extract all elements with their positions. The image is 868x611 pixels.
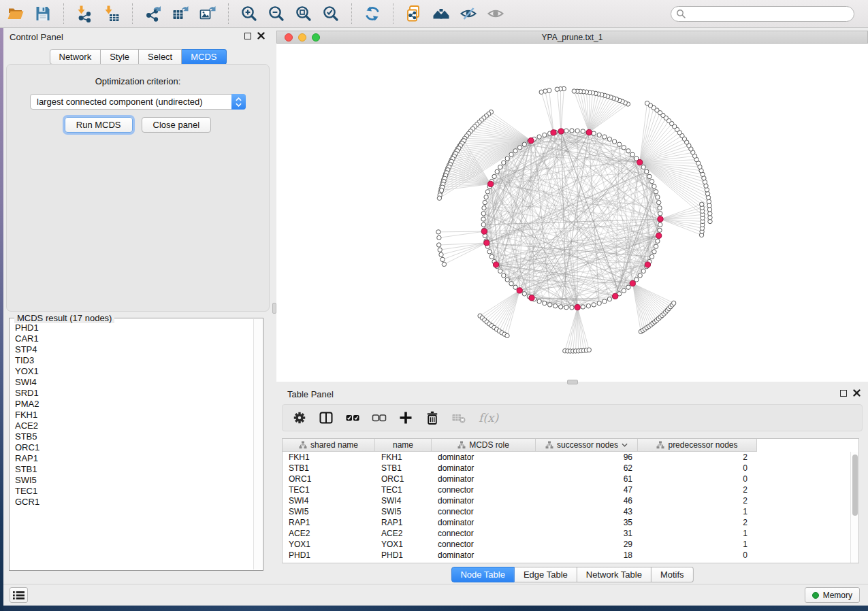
table-cell[interactable]: SWI5 [375,506,432,517]
graph-leaf-node[interactable] [437,235,441,240]
table-cell[interactable]: 46 [536,495,638,506]
graph-node[interactable] [612,139,616,144]
table-cell[interactable]: connector [432,539,536,550]
graph-node[interactable] [654,244,658,248]
graph-leaf-node[interactable] [672,301,676,305]
table-row[interactable]: SWI4SWI4dominator462 [283,495,850,506]
zoom-window-light[interactable] [312,33,320,42]
table-cell[interactable]: 47 [536,484,638,495]
graph-node[interactable] [559,305,563,309]
graph-node[interactable] [509,152,513,156]
graph-node[interactable] [495,169,499,174]
table-cell[interactable] [757,463,850,474]
mcds-result-item[interactable]: STP4 [15,344,253,355]
open-session-button[interactable] [5,3,26,24]
graph-node[interactable] [656,239,660,243]
graph-node[interactable] [647,174,652,178]
table-row[interactable]: YOX1YOX1connector291 [283,539,850,550]
unselect-all-columns-button[interactable] [371,410,387,426]
graph-leaf-node[interactable] [505,333,509,337]
graph-node[interactable] [522,142,526,146]
graph-node[interactable] [522,292,526,296]
mcds-result-item[interactable]: RAP1 [15,453,253,464]
table-cell[interactable]: PHD1 [375,550,432,561]
table-cell[interactable]: 43 [536,506,638,517]
minimize-window-light[interactable] [298,33,306,42]
table-cell[interactable]: 29 [536,539,638,550]
mcds-result-item[interactable]: FKH1 [15,410,253,420]
graph-mcds-node[interactable] [630,280,635,286]
add-column-button[interactable] [398,410,414,426]
table-cell[interactable]: 62 [536,463,638,474]
graph-node[interactable] [658,228,662,232]
export-table-button[interactable] [170,3,191,24]
mcds-result-item[interactable]: SWI5 [15,475,253,486]
table-row[interactable]: ORC1ORC1dominator610 [283,474,850,484]
graph-leaf-node[interactable] [705,192,709,196]
graph-node[interactable] [484,195,488,199]
table-cell[interactable]: 2 [638,452,757,463]
graph-leaf-node[interactable] [442,262,446,266]
table-scrollbar-thumb[interactable] [852,455,858,516]
table-cell[interactable]: ACE2 [283,528,375,539]
graph-node[interactable] [492,174,496,178]
graph-node[interactable] [564,306,568,310]
graph-leaf-node[interactable] [439,252,443,257]
table-cell[interactable]: RAP1 [375,517,432,528]
graph-node[interactable] [652,184,656,188]
graph-mcds-node[interactable] [613,293,618,299]
graph-node[interactable] [626,285,630,289]
network-titlebar[interactable]: YPA_prune.txt_1 [276,31,868,44]
graph-node[interactable] [658,206,662,210]
graph-node[interactable] [622,288,626,293]
graph-leaf-node[interactable] [700,202,704,206]
memory-button[interactable]: Memory [805,587,860,603]
mcds-result-item[interactable]: CAR1 [15,333,253,344]
first-neighbors-button[interactable] [431,3,451,24]
table-cell[interactable] [757,528,850,539]
hide-details-button[interactable] [458,3,479,24]
table-row[interactable]: FKH1FKH1dominator962 [283,452,850,463]
graph-node[interactable] [482,206,486,210]
select-all-columns-button[interactable] [344,410,361,426]
table-cell[interactable]: dominator [432,550,536,561]
graph-node[interactable] [641,165,645,169]
table-cell[interactable]: SWI4 [375,495,432,506]
graph-mcds-node[interactable] [528,138,534,144]
table-cell[interactable]: YOX1 [375,539,432,550]
mcds-result-item[interactable]: TEC1 [15,486,253,497]
table-cell[interactable]: 2 [638,484,757,495]
graph-mcds-node[interactable] [551,130,556,135]
graph-mcds-node[interactable] [488,181,494,186]
apply-layout-button[interactable] [362,3,383,24]
graph-node[interactable] [481,212,485,216]
graph-node[interactable] [498,269,502,273]
mcds-result-item[interactable]: ACE2 [15,420,253,431]
close-panel-icon[interactable] [853,389,861,397]
mcds-result-scrollbar[interactable] [253,319,262,569]
graph-leaf-node[interactable] [572,89,576,93]
graph-node[interactable] [513,149,517,153]
column-layout-button[interactable] [318,410,334,426]
tab-network-table[interactable]: Network Table [577,567,652,582]
graph-node[interactable] [638,274,642,278]
column-header-successor-nodes[interactable]: successor nodes [536,439,638,452]
graph-node[interactable] [602,299,607,303]
graph-node[interactable] [607,137,611,141]
mcds-result-item[interactable]: SWI4 [15,377,253,388]
run-mcds-button[interactable]: Run MCDS [65,117,133,133]
delete-column-button[interactable] [424,410,440,426]
close-panel-button[interactable]: Close panel [142,117,212,133]
zoom-in-button[interactable] [239,3,259,24]
table-cell[interactable]: ACE2 [375,528,432,539]
graph-node[interactable] [649,179,654,183]
graph-node[interactable] [537,299,541,303]
graph-node[interactable] [564,129,568,133]
table-cell[interactable] [757,539,850,550]
column-header-shared-name[interactable]: shared name [283,439,375,452]
graph-node[interactable] [656,195,660,199]
graph-node[interactable] [645,169,649,174]
table-row[interactable]: SWI5SWI5connector431 [283,506,850,517]
graph-node[interactable] [481,217,485,221]
table-cell[interactable]: 2 [638,495,757,506]
